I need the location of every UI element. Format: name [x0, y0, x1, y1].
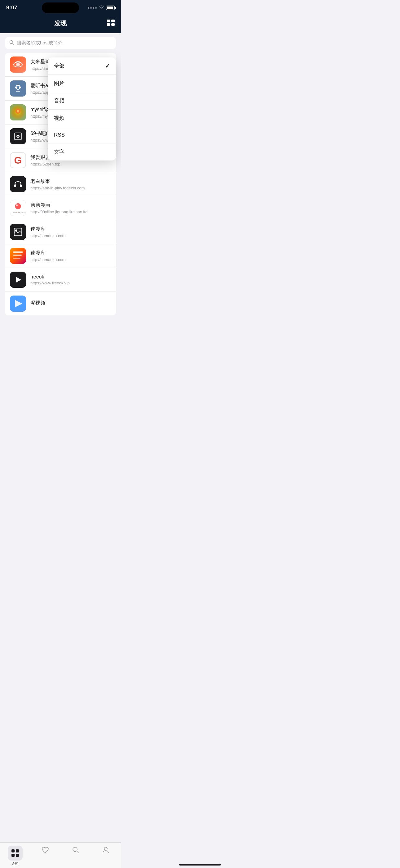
item-info: 亲亲漫画 http://99yiliao.jiguang.liushao.ltd — [30, 202, 111, 214]
item-icon-play — [10, 272, 26, 288]
item-icon-rice — [10, 57, 26, 73]
item-icon-g: G — [10, 152, 26, 168]
filter-option-audio[interactable]: 音频 — [48, 92, 116, 110]
svg-point-24 — [15, 229, 17, 231]
list-item[interactable]: 速漫库 http://sumanku.com — [5, 244, 116, 268]
svg-rect-11 — [16, 91, 20, 92]
svg-rect-3 — [111, 23, 115, 26]
svg-point-21 — [16, 204, 18, 206]
filter-option-label: 音频 — [54, 97, 65, 104]
item-icon-headphone — [10, 176, 26, 192]
item-info: 速漫库 http://sumanku.com — [30, 250, 111, 262]
svg-marker-28 — [16, 277, 21, 282]
item-info: 速漫库 http://sumanku.com — [30, 226, 111, 238]
item-name: 泥视频 — [30, 300, 111, 306]
svg-rect-18 — [14, 184, 16, 187]
svg-point-20 — [15, 203, 21, 209]
svg-line-5 — [13, 43, 14, 45]
status-icons — [88, 5, 115, 10]
signal-dots — [88, 7, 97, 9]
status-time: 9:07 — [6, 5, 18, 11]
filter-option-text[interactable]: 文字 — [48, 144, 116, 160]
search-placeholder: 搜索名称或host或简介 — [17, 40, 112, 46]
svg-point-7 — [16, 63, 20, 66]
list-item[interactable]: 老白故事 https://apk-lb-play.fodexin.com — [5, 172, 116, 196]
wifi-icon — [99, 5, 104, 10]
item-icon-book — [10, 128, 26, 144]
item-url: https://52gen.top — [30, 162, 111, 166]
svg-rect-2 — [107, 23, 110, 26]
layout-toggle-icon[interactable] — [107, 20, 115, 27]
item-info: 泥视频 — [30, 300, 111, 307]
item-name: 老白故事 — [30, 178, 111, 185]
dynamic-island — [42, 2, 79, 13]
header: 发现 — [0, 16, 121, 33]
svg-point-17 — [18, 136, 19, 137]
svg-text:www.93gmh.com: www.93gmh.com — [12, 211, 26, 214]
filter-option-rss[interactable]: RSS — [48, 127, 116, 144]
svg-rect-0 — [107, 20, 110, 22]
list-item[interactable]: www.93gmh.com 亲亲漫画 http://99yiliao.jigua… — [5, 196, 116, 220]
search-icon — [9, 40, 14, 46]
item-name: freeok — [30, 274, 111, 280]
page-title: 发现 — [54, 19, 67, 28]
item-url: http://99yiliao.jiguang.liushao.ltd — [30, 210, 111, 214]
filter-dropdown: 全部 ✓ 图片 音频 视频 RSS 文字 — [48, 57, 116, 160]
item-url: https://www.freeok.vip — [30, 281, 111, 285]
filter-option-label: 文字 — [54, 148, 65, 156]
filter-option-label: 视频 — [54, 115, 65, 122]
svg-point-9 — [15, 87, 17, 89]
item-icon-myself — [10, 104, 26, 120]
item-url: http://sumanku.com — [30, 257, 111, 262]
svg-rect-19 — [20, 184, 22, 187]
list-item[interactable]: 泥视频 — [5, 292, 116, 315]
item-icon-listen — [10, 81, 26, 97]
svg-rect-25 — [13, 251, 23, 253]
item-url: https://apk-lb-play.fodexin.com — [30, 186, 111, 190]
item-icon-manga: www.93gmh.com — [10, 200, 26, 216]
filter-option-image[interactable]: 图片 — [48, 75, 116, 92]
status-bar: 9:07 — [0, 0, 121, 16]
item-icon-black-img — [10, 224, 26, 240]
filter-option-label: 图片 — [54, 80, 65, 87]
filter-option-label: 全部 — [54, 62, 65, 69]
filter-option-all[interactable]: 全部 ✓ — [48, 57, 116, 75]
svg-rect-27 — [13, 258, 21, 259]
item-name: 亲亲漫画 — [30, 202, 111, 209]
filter-option-label: RSS — [54, 132, 65, 138]
battery-icon — [106, 6, 115, 10]
item-name: 速漫库 — [30, 250, 111, 256]
checkmark-icon: ✓ — [105, 63, 110, 69]
filter-option-video[interactable]: 视频 — [48, 110, 116, 127]
search-bar[interactable]: 搜索名称或host或简介 — [5, 37, 116, 49]
item-name: 速漫库 — [30, 226, 111, 232]
item-icon-colorful — [10, 248, 26, 264]
item-url: http://sumanku.com — [30, 234, 111, 238]
item-info: freeok https://www.freeok.vip — [30, 274, 111, 285]
item-icon-mud — [10, 296, 26, 312]
svg-point-10 — [19, 87, 21, 89]
svg-rect-26 — [13, 254, 22, 256]
item-info: 老白故事 https://apk-lb-play.fodexin.com — [30, 178, 111, 190]
svg-point-14 — [17, 110, 19, 113]
list-item[interactable]: 速漫库 http://sumanku.com — [5, 220, 116, 244]
list-item[interactable]: freeok https://www.freeok.vip — [5, 268, 116, 292]
svg-rect-1 — [111, 20, 115, 22]
